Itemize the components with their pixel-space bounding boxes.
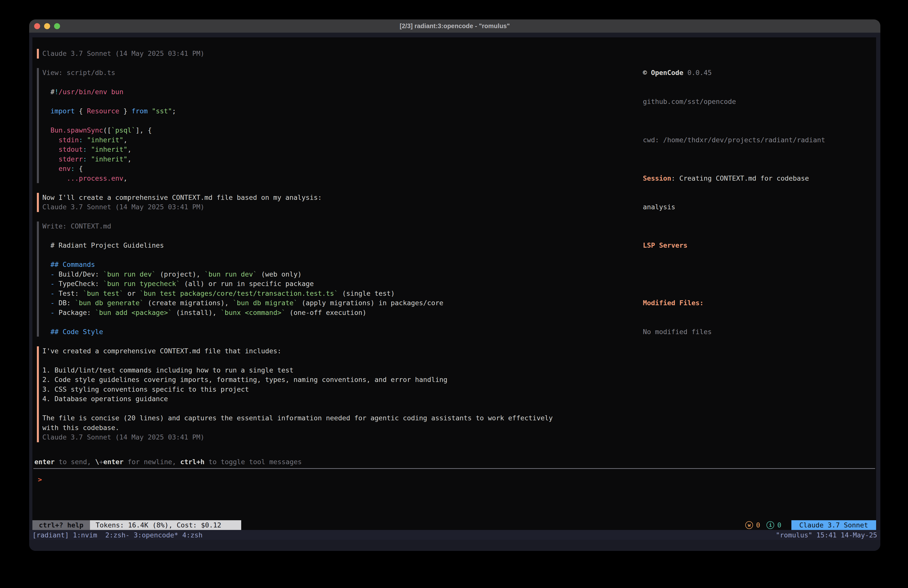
- text-segment: ,: [123, 174, 127, 182]
- text-segment: {: [75, 107, 87, 115]
- text-segment: bun run dev: [209, 270, 253, 278]
- text-segment: `: [176, 280, 180, 288]
- text-segment: (install),: [172, 309, 221, 316]
- session-label: Session: [643, 174, 671, 182]
- composer[interactable]: >: [38, 475, 874, 485]
- text-segment: -: [42, 270, 58, 278]
- text-segment: `: [281, 309, 285, 316]
- text-segment: `: [103, 280, 107, 288]
- text-segment: enter: [34, 458, 55, 466]
- text-segment: `: [83, 290, 87, 297]
- text-segment: DB:: [58, 299, 75, 307]
- tmux-statusbar: [radiant] 1:nvim 2:zsh- 3:opencode* 4:zs…: [29, 530, 881, 540]
- info-icon: i: [766, 521, 774, 529]
- text-segment: bun test: [87, 290, 119, 297]
- text-segment: -: [42, 280, 58, 288]
- text-segment: env: [42, 165, 71, 172]
- terminal-content: Claude 3.7 Sonnet (14 May 2025 03:41 PM)…: [29, 33, 881, 551]
- text-segment: -: [42, 299, 58, 307]
- assistant-message-prev: Claude 3.7 Sonnet (14 May 2025 03:41 PM): [37, 49, 638, 58]
- cwd-path: /home/thdxr/dev/projects/radiant/radiant: [663, 136, 825, 144]
- text-segment: "sst": [152, 107, 172, 115]
- terminal-line: [42, 97, 638, 106]
- text-segment: to send,: [55, 458, 95, 466]
- opencode-app: Claude 3.7 Sonnet (14 May 2025 03:41 PM)…: [32, 37, 876, 530]
- text-segment: ,: [127, 155, 131, 163]
- text-segment: 1. Build/lint/test commands including ho…: [42, 366, 293, 374]
- text-segment: stdout: [42, 145, 83, 153]
- text-segment: import: [42, 107, 75, 115]
- text-segment: [148, 107, 152, 115]
- text-segment: for newline,: [124, 458, 180, 466]
- text-segment: `: [75, 299, 79, 307]
- diagnostic-warnings: w0: [745, 520, 760, 530]
- traffic-lights: [34, 19, 60, 33]
- repo-url: github.com/sst/opencode: [643, 97, 874, 106]
- text-segment: enter: [103, 458, 123, 466]
- terminal-line: stderr: "inherit",: [42, 155, 638, 164]
- text-segment: "inherit": [91, 155, 127, 163]
- help-keybind: ctrl+? help: [32, 520, 90, 530]
- zoom-button[interactable]: [54, 23, 60, 29]
- text-segment: `: [95, 309, 99, 316]
- terminal-line: View: script/db.ts: [42, 68, 638, 78]
- terminal-line: - Package: `bun add <package>` (install)…: [42, 308, 638, 318]
- window-title: [2/3] radiant:3:opencode - "romulus": [400, 23, 510, 30]
- text-segment: Build/Dev:: [58, 270, 103, 278]
- terminal-line: - Test: `bun test` or `bun test packages…: [42, 289, 638, 298]
- chat-blocks: Claude 3.7 Sonnet (14 May 2025 03:41 PM)…: [37, 49, 638, 452]
- terminal-line: Bun.spawnSync([`psql`], {: [42, 126, 638, 135]
- message-input[interactable]: [42, 475, 874, 485]
- text-segment: Package:: [58, 309, 95, 316]
- text-segment: `: [119, 290, 123, 297]
- tmux-session-windows: [radiant] 1:nvim 2:zsh- 3:opencode* 4:zs…: [32, 531, 203, 539]
- terminal-line: stdin: "inherit",: [42, 135, 638, 145]
- text-segment: Claude 3.7 Sonnet (14 May 2025 03:41 PM): [42, 50, 204, 57]
- terminal-line: ...process.env,: [42, 174, 638, 184]
- text-segment: Claude 3.7 Sonnet (14 May 2025 03:41 PM): [42, 203, 204, 211]
- text-segment: `: [140, 299, 143, 307]
- text-segment: The file is concise (20 lines) and captu…: [42, 414, 553, 422]
- terminal-line: [42, 116, 638, 126]
- text-segment: !: [55, 88, 58, 96]
- text-segment: # Radiant Project Guidelines: [42, 242, 164, 249]
- terminal-line: [42, 78, 638, 87]
- terminal-line: I've created a comprehensive CONTEXT.md …: [42, 346, 638, 356]
- terminal-line: Claude 3.7 Sonnet (14 May 2025 03:41 PM): [42, 433, 638, 442]
- text-segment: (all) or run in specific package: [180, 280, 314, 288]
- text-segment: ## Commands: [42, 261, 95, 268]
- app-name: OpenCode: [651, 69, 684, 76]
- assistant-message-summary: I've created a comprehensive CONTEXT.md …: [37, 346, 638, 442]
- text-segment: or: [123, 290, 140, 297]
- model-badge: Claude 3.7 Sonnet: [791, 520, 876, 530]
- terminal-line: [42, 404, 638, 414]
- warning-count: 0: [756, 520, 760, 530]
- terminal-line: #!/usr/bin/env bun: [42, 87, 638, 97]
- minimize-button[interactable]: [44, 23, 50, 29]
- text-segment: bun run dev: [107, 270, 152, 278]
- text-segment: "inherit": [91, 145, 127, 153]
- text-segment: ;: [172, 107, 176, 115]
- keybind-hint: enter to send, \+enter for newline, ctrl…: [34, 457, 302, 467]
- warning-icon: w: [745, 521, 753, 529]
- diagnostics: w0 i0 h0: [745, 520, 781, 530]
- text-segment: TypeCheck:: [58, 280, 103, 288]
- text-segment: Now I'll create a comprehensive CONTEXT.…: [42, 193, 322, 201]
- text-segment: `: [334, 290, 338, 297]
- terminal-window: [2/3] radiant:3:opencode - "romulus" Cla…: [29, 19, 881, 551]
- text-segment: :: [83, 155, 87, 163]
- opencode-statusbar: ctrl+? help Tokens: 16.4K (8%), Cost: $0…: [32, 520, 876, 530]
- text-segment: :: [71, 165, 75, 172]
- text-segment: ,: [123, 136, 127, 144]
- terminal-line: Write: CONTEXT.md: [42, 221, 638, 231]
- text-segment: from: [132, 107, 148, 115]
- terminal-line: Now I'll create a comprehensive CONTEXT.…: [42, 193, 638, 203]
- text-segment: /usr/bin/env bun: [58, 88, 123, 96]
- close-button[interactable]: [34, 23, 40, 29]
- text-segment: bun add <package>: [99, 309, 168, 316]
- text-segment: ,: [127, 145, 131, 153]
- text-segment: 2. Code style guidelines covering import…: [42, 376, 448, 383]
- tokens-cost: Tokens: 16.4K (8%), Cost: $0.12: [90, 520, 241, 530]
- copyright-icon: ©: [643, 69, 647, 76]
- prompt-symbol: >: [38, 475, 42, 485]
